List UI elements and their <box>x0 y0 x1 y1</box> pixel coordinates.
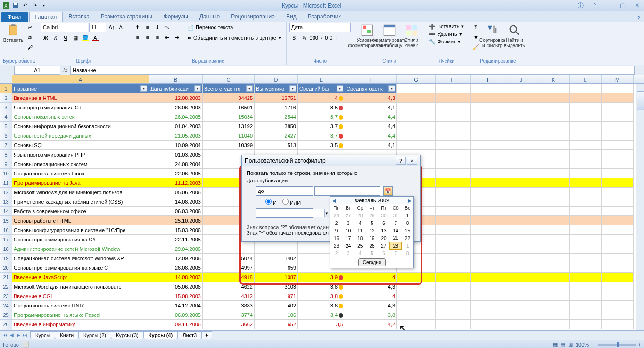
insert-cells-button[interactable]: ➕ Вставить ▾ <box>428 23 465 30</box>
align-middle-icon[interactable]: ≡ <box>143 23 152 32</box>
cell[interactable] <box>602 159 634 169</box>
cell[interactable]: 01.03.2005 <box>149 150 203 159</box>
cell[interactable] <box>537 188 570 197</box>
indent-inc-icon[interactable]: ⇥ <box>173 33 182 42</box>
cell[interactable] <box>505 131 537 141</box>
save-icon[interactable] <box>11 1 20 10</box>
cell[interactable]: Основы SQL <box>12 141 149 150</box>
cell[interactable] <box>505 301 537 310</box>
filter-dropdown-icon[interactable]: ▼ <box>337 85 343 92</box>
cell[interactable] <box>602 84 634 93</box>
align-center-icon[interactable]: ≡ <box>143 33 152 42</box>
row-header[interactable]: 4 <box>0 112 12 122</box>
zoom-out-icon[interactable]: − <box>592 342 594 348</box>
ribbon-tab-7[interactable]: Разработчик <box>302 12 347 22</box>
cell[interactable] <box>436 178 471 188</box>
cell[interactable] <box>397 93 436 103</box>
tab-next-icon[interactable]: ▶ <box>15 332 22 338</box>
cell[interactable] <box>570 310 602 320</box>
cell[interactable] <box>537 235 570 244</box>
view-break-icon[interactable]: ▧ <box>568 341 573 348</box>
cell[interactable]: Применение каскадных таблиц стилей (CSS) <box>12 197 149 207</box>
cell[interactable] <box>255 244 298 254</box>
copy-icon[interactable]: ⧉ <box>25 33 34 42</box>
cell[interactable]: 15.03.2006 <box>149 225 203 235</box>
cell[interactable] <box>505 169 537 178</box>
qat-dropdown-icon[interactable]: ▼ <box>40 1 48 10</box>
cell[interactable] <box>505 197 537 207</box>
cell[interactable] <box>471 141 505 150</box>
column-header[interactable]: I <box>471 75 505 83</box>
cell[interactable] <box>471 188 505 197</box>
cell[interactable]: Основы операционных систем <box>12 159 149 169</box>
cell[interactable]: Введение в CGI <box>12 291 149 301</box>
cell[interactable] <box>505 84 537 93</box>
cell[interactable]: 14.08.2003 <box>149 197 203 207</box>
cell[interactable] <box>537 263 570 273</box>
cell[interactable] <box>570 122 602 131</box>
bold-button[interactable]: Ж <box>41 33 50 42</box>
cell[interactable]: Введение в информатику <box>12 320 149 329</box>
row-header[interactable]: 20 <box>0 263 12 273</box>
select-all-corner[interactable] <box>0 75 12 83</box>
format-painter-icon[interactable]: 🖌 <box>25 42 34 52</box>
column-header[interactable]: M <box>602 75 634 83</box>
view-layout-icon[interactable]: ▤ <box>561 341 565 348</box>
cell[interactable]: 22.06.2005 <box>149 169 203 178</box>
cell[interactable]: Программирование на Java <box>12 178 149 188</box>
or-radio[interactable]: ИЛИ <box>282 199 301 206</box>
calendar-day[interactable]: 11 <box>354 227 366 234</box>
sheet-tab[interactable]: Курсы (2) <box>78 331 111 339</box>
calendar-day[interactable]: 5 <box>366 249 378 257</box>
calendar-day[interactable]: 26 <box>330 212 342 219</box>
cell[interactable]: 3,7 <box>298 131 345 141</box>
cell[interactable]: Основы работы с HTML <box>12 216 149 225</box>
column-header[interactable]: G <box>397 75 436 83</box>
cell[interactable]: 3103 <box>255 282 298 291</box>
cell[interactable] <box>537 197 570 207</box>
cell[interactable] <box>602 131 634 141</box>
filter-dropdown-icon[interactable]: ▼ <box>289 85 296 92</box>
cell[interactable]: 659 <box>255 263 298 273</box>
cell[interactable] <box>570 273 602 282</box>
ribbon-tab-0[interactable]: Главная <box>29 12 63 22</box>
cell[interactable] <box>537 254 570 263</box>
calendar-day[interactable]: 2 <box>330 219 342 227</box>
cell[interactable] <box>436 122 471 131</box>
cell[interactable]: 12.09.2006 <box>149 254 203 263</box>
align-bottom-icon[interactable]: ⬇ <box>153 23 162 32</box>
cell[interactable] <box>602 150 634 159</box>
cell[interactable]: 106 <box>255 310 298 320</box>
row-header[interactable]: 14 <box>0 207 12 216</box>
cell[interactable] <box>436 159 471 169</box>
indent-dec-icon[interactable]: ⇤ <box>163 33 172 42</box>
cell[interactable]: Основы программирования на C# <box>12 235 149 244</box>
zoom-in-icon[interactable]: + <box>638 342 641 348</box>
cell[interactable] <box>570 216 602 225</box>
cell[interactable]: 3,5 <box>298 320 345 329</box>
row-header[interactable]: 9 <box>0 159 12 169</box>
cell[interactable] <box>602 93 634 103</box>
cell[interactable] <box>602 197 634 207</box>
cell[interactable]: 22.11.2005 <box>149 235 203 244</box>
cell[interactable] <box>471 291 505 301</box>
cell[interactable] <box>537 178 570 188</box>
cell[interactable] <box>570 291 602 301</box>
sheet-tab[interactable]: Книги <box>55 331 79 339</box>
cell[interactable] <box>397 122 436 131</box>
macro-record-icon[interactable]: ⬜ <box>23 341 29 348</box>
filter-dropdown-icon[interactable]: ▼ <box>388 85 395 92</box>
cell[interactable] <box>570 159 602 169</box>
cell[interactable] <box>505 112 537 122</box>
cell[interactable]: 24.08.2004 <box>149 159 203 169</box>
ribbon-tab-3[interactable]: Формулы <box>158 12 194 22</box>
underline-button[interactable]: Ч <box>61 33 70 42</box>
cell[interactable]: Основы локальных сетей <box>12 112 149 122</box>
header-cell[interactable]: Название▼ <box>12 84 149 93</box>
sheet-tab[interactable]: Курсы (3) <box>111 331 144 339</box>
cell[interactable] <box>436 150 471 159</box>
cell[interactable] <box>471 244 505 254</box>
cell[interactable] <box>436 263 471 273</box>
cell[interactable]: 29.04.2006 <box>149 244 203 254</box>
new-sheet-button[interactable]: ✦ <box>201 331 212 339</box>
